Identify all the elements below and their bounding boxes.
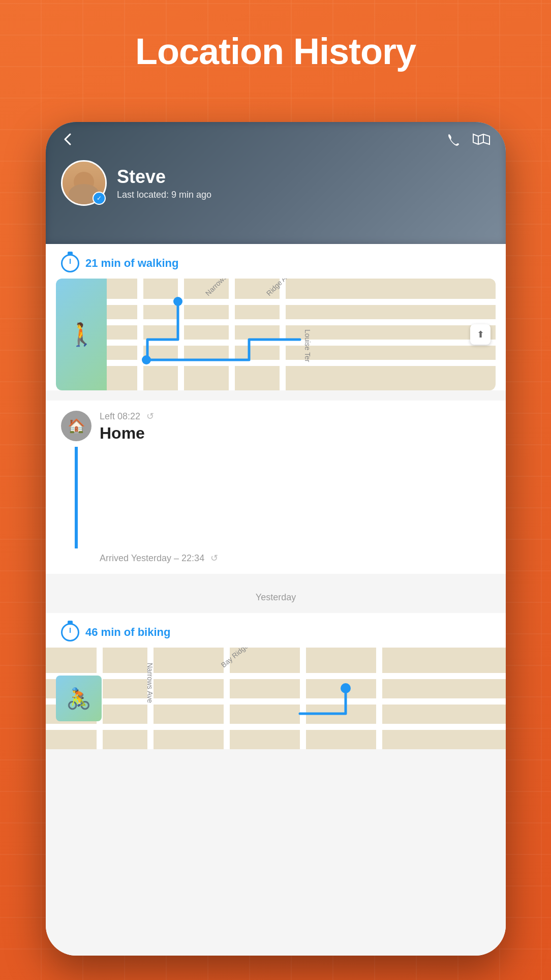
walking-activity-header: 21 min of walking: [46, 244, 506, 279]
profile-name: Steve: [117, 166, 211, 188]
walking-activity: 21 min of walking 🚶: [46, 244, 506, 390]
biking-map: Bay Ridge Ave Narrows Ave 🚴: [46, 648, 506, 749]
profile-info: Steve Last located: 9 min ago: [117, 166, 211, 200]
svg-text:Narrows Ave: Narrows Ave: [146, 663, 154, 703]
walk-icon: 🚶: [68, 321, 96, 348]
map-button[interactable]: [472, 132, 491, 150]
profile-status: Last located: 9 min ago: [117, 190, 211, 200]
svg-text:Louise Ter: Louise Ter: [303, 329, 312, 362]
header-top-bar: [46, 122, 506, 155]
home-icon: 🏠: [61, 411, 91, 441]
svg-text:Narrows Ave: Narrows Ave: [204, 279, 238, 297]
header-icons: [446, 132, 491, 150]
verified-badge: ✓: [93, 192, 106, 205]
walking-map: 🚶: [56, 279, 496, 390]
app-header: ✓ Steve Last located: 9 min ago: [46, 122, 506, 244]
refresh-icon-top: ↺: [146, 411, 154, 422]
timeline-bar: [75, 447, 78, 548]
timeline-row: 🏠 Left 08:22 ↺ Home: [61, 411, 491, 443]
bike-icon: 🚴: [56, 676, 102, 721]
walk-activity-icon: 🚶: [56, 279, 107, 390]
place-name: Home: [100, 424, 491, 443]
timeline-meta-top: Left 08:22 ↺: [100, 411, 491, 422]
arrived-time: Arrived Yesterday – 22:34: [100, 553, 204, 564]
biking-activity-header: 46 min of biking: [46, 613, 506, 648]
phone-mockup: ✓ Steve Last located: 9 min ago 21 min o…: [46, 122, 506, 956]
share-button[interactable]: ⬆: [470, 324, 491, 345]
biking-activity: 46 min of biking Bay Ridge Ave: [46, 613, 506, 749]
walking-route-svg: Narrows Ave Ridge Ave Louise Ter: [107, 279, 496, 390]
biking-route-svg: Bay Ridge Ave Narrows Ave: [46, 648, 506, 749]
stopwatch-icon: [61, 254, 79, 272]
left-time: Left 08:22: [100, 411, 140, 422]
app-content: 21 min of walking 🚶: [46, 244, 506, 956]
page-title: Location History: [0, 30, 551, 72]
svg-text:Ridge Ave: Ridge Ave: [265, 279, 293, 297]
timeline-meta-bottom: Arrived Yesterday – 22:34 ↺: [61, 553, 491, 564]
svg-text:Bay Ridge Ave: Bay Ridge Ave: [220, 648, 261, 669]
walking-map-visual: Narrows Ave Ridge Ave Louise Ter: [107, 279, 496, 390]
biking-stopwatch-icon: [61, 623, 79, 641]
phone-button[interactable]: [446, 132, 460, 150]
timeline-content: Left 08:22 ↺ Home: [100, 411, 491, 443]
home-timeline: 🏠 Left 08:22 ↺ Home Arrived Yesterday – …: [46, 401, 506, 574]
refresh-icon-bottom: ↺: [210, 553, 218, 564]
biking-map-visual: Bay Ridge Ave Narrows Ave 🚴: [46, 648, 506, 749]
svg-point-1: [142, 355, 151, 364]
back-button[interactable]: [61, 132, 75, 150]
walking-label: 21 min of walking: [85, 257, 178, 270]
profile-area: ✓ Steve Last located: 9 min ago: [46, 155, 506, 216]
biking-label: 46 min of biking: [85, 626, 170, 639]
date-separator: Yesterday: [46, 582, 506, 613]
avatar-container: ✓: [61, 160, 107, 206]
